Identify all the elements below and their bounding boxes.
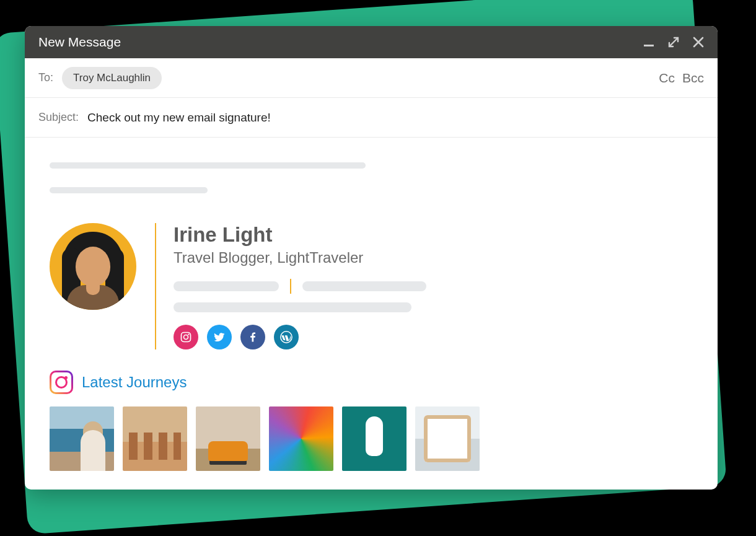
gallery-thumbnail[interactable] [50,406,114,471]
avatar [50,223,136,310]
cc-button[interactable]: Cc [659,71,675,86]
twitter-icon[interactable] [207,325,232,349]
titlebar: New Message [25,26,718,58]
gallery-thumbnail[interactable] [415,406,480,471]
instagram-icon[interactable] [50,371,73,394]
svg-rect-0 [644,45,654,46]
detail-placeholder [174,302,411,312]
facebook-icon[interactable] [240,325,265,349]
gallery-thumbnail[interactable] [269,406,333,471]
to-row[interactable]: To: Troy McLaughlin Cc Bcc [25,58,718,98]
subject-row[interactable]: Subject: Check out my new email signatur… [25,98,718,138]
window-title: New Message [38,35,121,50]
svg-point-3 [188,333,189,335]
minimize-icon[interactable] [643,37,654,48]
gallery-thumbnail[interactable] [196,406,260,471]
svg-rect-1 [182,333,191,342]
social-links [174,325,426,349]
subject-label: Subject: [38,111,79,124]
to-label: To: [38,71,53,84]
instagram-icon[interactable] [174,325,198,349]
signature-name: Irine Light [174,223,426,247]
bcc-button[interactable]: Bcc [682,71,704,86]
compose-window: New Message To: Troy McLaughlin Cc Bcc S… [25,26,718,490]
photo-gallery [50,406,693,471]
divider [290,279,291,294]
detail-placeholder [302,281,426,291]
close-icon[interactable] [693,37,704,48]
expand-icon[interactable] [668,37,679,48]
detail-placeholder [174,281,279,291]
gallery-thumbnail[interactable] [342,406,407,471]
body-text-placeholder [50,162,366,169]
email-signature: Irine Light Travel Blogger, LightTravele… [50,223,693,349]
gallery-title[interactable]: Latest Journeys [82,374,187,391]
signature-title: Travel Blogger, LightTraveler [174,249,426,266]
subject-text: Check out my new email signature! [87,111,271,125]
message-body[interactable]: Irine Light Travel Blogger, LightTravele… [25,138,718,490]
gallery-header: Latest Journeys [50,371,693,394]
wordpress-icon[interactable] [274,325,299,349]
gallery-thumbnail[interactable] [123,406,187,471]
recipient-chip[interactable]: Troy McLaughlin [62,67,162,89]
svg-point-2 [184,335,188,340]
window-controls [643,37,704,48]
signature-details: Irine Light Travel Blogger, LightTravele… [155,223,426,349]
body-text-placeholder [50,187,208,193]
